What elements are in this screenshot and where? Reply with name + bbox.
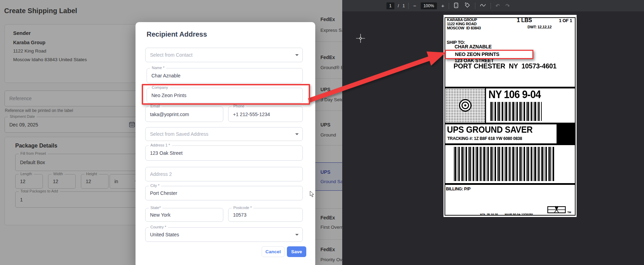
chevron-down-icon — [295, 54, 299, 56]
label-footer-right: NV45 50.0A 12/2025* — [505, 213, 533, 216]
postcode-field[interactable]: Postcode * 10573 — [228, 208, 303, 222]
label-recipient-phone: 0012125551234 — [455, 49, 488, 54]
undo-button[interactable]: ↶ — [494, 3, 501, 9]
draw-annotate-button[interactable] — [479, 2, 487, 9]
state-label: State* — [149, 206, 162, 210]
country-value: United States — [150, 232, 179, 237]
city-value: Port Chester — [150, 190, 177, 196]
service-band: UPS GROUND SAVER TRACKING #: 1Z B8F 618 … — [445, 123, 576, 145]
phone-value: +1 212-555-1234 — [233, 112, 270, 117]
label-weight: 1 LBS — [517, 17, 532, 23]
label-tm: TM — [567, 211, 571, 214]
routing-barcode — [490, 102, 542, 121]
chevron-down-icon — [295, 133, 299, 135]
state-value: New York — [150, 212, 170, 218]
phone-label: Phone — [232, 104, 246, 108]
phone-field[interactable]: Phone +1 212-555-1234 — [228, 106, 303, 122]
email-label: Email — [149, 104, 162, 108]
city-field[interactable]: City * Port Chester — [145, 186, 303, 200]
cancel-button[interactable]: Cancel — [262, 246, 284, 257]
shipping-label-preview[interactable]: KARABA GROUP 1122 KING ROAD MOSCOW ID 83… — [444, 15, 577, 217]
tracking-barcode — [454, 147, 555, 181]
rotate-button[interactable] — [463, 2, 472, 9]
label-tracking-number: TRACKING #: 1Z B8F 618 YW 6080 0838 — [447, 136, 522, 141]
recipient-address-modal: Recipient Address Select from Contact Na… — [136, 22, 315, 265]
postcode-value: 10573 — [233, 212, 246, 218]
label-sender-line1: KARABA GROUP — [447, 18, 477, 22]
maxicode-barcode — [445, 88, 485, 123]
label-dwt: DWT: 12,12,12 — [528, 25, 551, 29]
divider — [475, 3, 475, 9]
company-label: Company — [150, 85, 170, 89]
label-sender-line3: MOSCOW ID 83843 — [447, 26, 481, 30]
contact-placeholder: Select from Contact — [150, 52, 193, 58]
gift-box-icon — [547, 205, 567, 215]
country-label: Country * — [149, 225, 168, 229]
page-total: 1 — [402, 3, 405, 8]
divider — [485, 88, 486, 123]
chevron-down-icon — [295, 234, 299, 236]
city-label: City * — [149, 183, 161, 188]
divider — [491, 3, 491, 9]
state-field[interactable]: State* New York — [145, 208, 223, 222]
zoom-in-button[interactable]: + — [440, 3, 446, 9]
company-field[interactable]: Company Neo Zeon Prints — [147, 88, 303, 103]
maxicode-bullseye — [459, 99, 472, 112]
label-recipient-city: PORT CHESTER NY 10573-4601 — [454, 62, 557, 70]
select-from-saved-address[interactable]: Select from Saved Address — [145, 127, 303, 141]
divider — [445, 183, 576, 185]
save-button[interactable]: Save — [287, 246, 306, 257]
divider — [449, 3, 449, 9]
label-service-name: UPS GROUND SAVER — [447, 124, 533, 135]
divider — [408, 3, 409, 9]
redo-button[interactable]: ↷ — [504, 3, 511, 9]
label-footer-left: XOL 25.10.20 — [480, 213, 498, 216]
address1-field[interactable]: Address 1 * 123 Oak Street — [145, 145, 303, 161]
pdf-toolbar: 1 / 1 − 100% + — [342, 0, 644, 11]
email-value: taka@yoprint.com — [150, 112, 189, 117]
email-field[interactable]: Email taka@yoprint.com — [145, 106, 223, 122]
label-billing: BILLING: P/P — [446, 187, 470, 191]
label-page-of: 1 OF 1 — [559, 18, 572, 23]
name-label: Name * — [150, 66, 166, 70]
modal-title: Recipient Address — [147, 30, 207, 38]
app: Create Shipping Label Sender Karaba Grou… — [0, 0, 644, 265]
saved-address-placeholder: Select from Saved Address — [150, 131, 208, 137]
name-field[interactable]: Name * Char Aznable — [147, 68, 303, 83]
name-value: Char Aznable — [151, 73, 180, 78]
service-band-panel: UPS GROUND SAVER TRACKING #: 1Z B8F 618 … — [445, 124, 557, 143]
fit-page-button[interactable] — [452, 2, 460, 9]
zoom-level[interactable]: 100% — [421, 2, 437, 9]
zoom-out-button[interactable]: − — [412, 3, 417, 9]
country-select[interactable]: Country * United States — [145, 227, 303, 242]
page-separator: / — [398, 3, 399, 8]
address2-placeholder: Address 2 — [150, 171, 172, 177]
address1-label: Address 1 * — [149, 143, 172, 147]
address2-field[interactable]: Address 2 — [145, 167, 303, 181]
address1-value: 123 Oak Street — [150, 150, 183, 156]
label-sender-line2: 1122 KING ROAD — [447, 22, 477, 26]
pdf-viewer: 1 / 1 − 100% + — [342, 0, 644, 265]
select-from-contact[interactable]: Select from Contact — [145, 48, 303, 62]
move-cursor-icon — [355, 33, 366, 45]
label-routing-code: NY 106 9-04 — [488, 88, 541, 101]
company-value: Neo Zeon Prints — [151, 93, 186, 98]
postcode-label: Postcode * — [232, 206, 253, 210]
page-number-input[interactable]: 1 — [386, 2, 394, 9]
